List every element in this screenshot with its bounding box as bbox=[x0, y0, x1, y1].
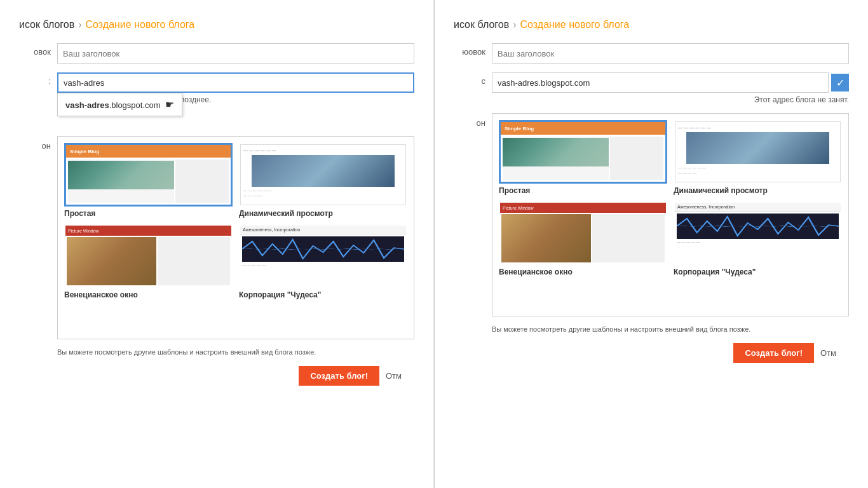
address-row-right: с ✓ Этот адрес блога не занят. bbox=[454, 72, 849, 104]
breadcrumb-sep-right: › bbox=[513, 19, 516, 30]
title-row-right: юовок bbox=[454, 43, 849, 64]
breadcrumb-link-right[interactable]: исок блогов bbox=[454, 19, 509, 30]
check-badge-right: ✓ bbox=[831, 74, 849, 92]
template-name-dynamic-right: Динамический просмотр bbox=[674, 186, 842, 195]
template-thumb-awesome-left: Awesomeness, Incorporation — — — — — bbox=[239, 224, 407, 288]
title-input-left[interactable] bbox=[57, 43, 414, 64]
template-name-simple-left: Простая bbox=[64, 209, 233, 218]
create-button-right[interactable]: Создать блог! bbox=[733, 343, 814, 363]
address-row-left: : vash-adres.blogspot.com ☛ ональный дом… bbox=[19, 72, 414, 104]
template-row-left: он Simple Blog bbox=[19, 136, 414, 339]
template-label-left: он bbox=[19, 136, 51, 151]
template-thumb-dynamic-right: — — — — — — — — — — — —— — — — bbox=[674, 120, 842, 184]
cancel-text-right[interactable]: Отм bbox=[820, 348, 836, 358]
template-grid-wrapper-right[interactable]: Simple Blog Простая bbox=[492, 113, 849, 316]
template-item-awesome-right[interactable]: Awesomeness, Incorporation — — — — — bbox=[674, 201, 842, 276]
template-item-picture-left[interactable]: Picture Window Венецианское окно bbox=[64, 224, 233, 299]
template-item-simple-right[interactable]: Simple Blog Простая bbox=[499, 120, 667, 195]
template-item-dynamic-right[interactable]: — — — — — — — — — — — —— — — — Динамичес… bbox=[674, 120, 842, 195]
title-field-left bbox=[57, 43, 414, 64]
template-thumb-picture-left: Picture Window bbox=[64, 224, 233, 288]
template-item-awesome-left[interactable]: Awesomeness, Incorporation — — — — — bbox=[239, 224, 407, 299]
suggestion-dropdown-left[interactable]: vash-adres.blogspot.com ☛ bbox=[57, 93, 182, 116]
title-row-left: овок bbox=[19, 43, 414, 64]
suggestion-suffix-left: .blogspot.com bbox=[109, 100, 161, 110]
template-row-right: он Simple Blog bbox=[454, 113, 849, 316]
address-success-right: Этот адрес блога не занят. bbox=[492, 95, 849, 104]
template-grid-right: Simple Blog Простая bbox=[492, 114, 848, 283]
bottom-hint-left: Вы можете посмотреть другие шаблоны и на… bbox=[57, 348, 414, 356]
action-bar-left: Создать блог! Отм bbox=[19, 366, 414, 386]
title-field-right bbox=[492, 43, 849, 64]
breadcrumb-sep-left: › bbox=[78, 19, 81, 30]
template-thumb-picture-right: Picture Window bbox=[499, 201, 667, 265]
suggestion-bold-left: vash-adres bbox=[65, 100, 109, 110]
create-button-left[interactable]: Создать блог! bbox=[299, 366, 379, 386]
template-item-simple-left[interactable]: Simple Blog Простая bbox=[64, 143, 233, 218]
address-label-left: : bbox=[19, 72, 51, 86]
template-item-dynamic-left[interactable]: — — — — — — — — — — — —— — — — Динамичес… bbox=[239, 143, 407, 218]
template-item-picture-right[interactable]: Picture Window Венецианское окно bbox=[499, 201, 667, 276]
title-label-right: юовок bbox=[454, 43, 485, 57]
cursor-icon-left: ☛ bbox=[165, 98, 174, 111]
breadcrumb-link-left[interactable]: исок блогов bbox=[19, 19, 74, 30]
template-name-picture-left: Венецианское окно bbox=[64, 290, 233, 299]
title-label-left: овок bbox=[19, 43, 51, 57]
address-field-left: vash-adres.blogspot.com ☛ ональный домен… bbox=[57, 72, 414, 104]
action-bar-right: Создать блог! Отм bbox=[454, 343, 849, 363]
address-input-right[interactable] bbox=[492, 72, 829, 93]
template-name-awesome-left: Корпорация "Чудеса" bbox=[239, 290, 407, 299]
breadcrumb-current-left: Создание нового блога bbox=[86, 19, 195, 30]
breadcrumb-right: исок блогов › Создание нового блога bbox=[454, 19, 849, 30]
template-name-picture-right: Венецианское окно bbox=[499, 268, 667, 276]
template-label-right: он bbox=[454, 113, 485, 128]
address-label-right: с bbox=[454, 72, 485, 86]
template-thumb-simple-right: Simple Blog bbox=[499, 120, 667, 184]
template-thumb-simple-left: Simple Blog bbox=[64, 143, 233, 207]
right-panel: исок блогов › Создание нового блога юово… bbox=[435, 0, 868, 488]
address-field-right: ✓ Этот адрес блога не занят. bbox=[492, 72, 849, 104]
address-input-left[interactable] bbox=[57, 72, 414, 93]
bottom-hint-right: Вы можете посмотреть другие шаблоны и на… bbox=[492, 325, 849, 333]
breadcrumb-current-right: Создание нового блога bbox=[520, 19, 630, 30]
template-grid-wrapper-left[interactable]: Simple Blog Простая bbox=[57, 136, 414, 339]
breadcrumb-left: исок блогов › Создание нового блога bbox=[19, 19, 414, 30]
template-name-simple-right: Простая bbox=[499, 186, 667, 195]
template-thumb-awesome-right: Awesomeness, Incorporation — — — — — bbox=[674, 201, 842, 265]
left-panel: исок блогов › Создание нового блога овок… bbox=[0, 0, 434, 488]
template-grid-left: Simple Blog Простая bbox=[58, 137, 414, 306]
title-input-right[interactable] bbox=[492, 43, 849, 64]
template-name-dynamic-left: Динамический просмотр bbox=[239, 209, 407, 218]
template-thumb-dynamic-left: — — — — — — — — — — — —— — — — bbox=[239, 143, 407, 207]
template-name-awesome-right: Корпорация "Чудеса" bbox=[674, 268, 842, 276]
cancel-text-left[interactable]: Отм bbox=[386, 371, 402, 381]
